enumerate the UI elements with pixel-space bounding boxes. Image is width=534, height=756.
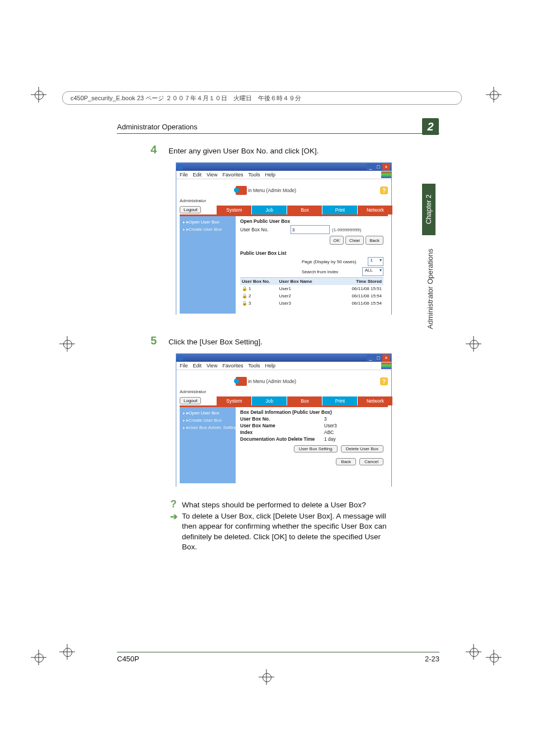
browser-body: in Menu (Admin Mode) ? Administrator Log… [176,179,391,318]
back-button[interactable]: Back [336,458,356,465]
browser-body: in Menu (Admin Mode) ? Administrator Log… [176,370,391,488]
close-button[interactable]: × [382,164,390,170]
minimize-button[interactable]: _ [367,164,374,170]
nav-create-user-box[interactable]: ▸Create User Box [180,417,236,424]
userbox-no-input[interactable] [291,225,330,234]
admin-row: Administrator [180,198,388,203]
admin-mode-label: in Menu (Admin Mode) [248,379,296,384]
tab-system[interactable]: System [217,396,251,405]
section-title: Administrator Operations [117,123,198,131]
registration-mark [31,650,46,665]
index-select[interactable]: ALL [362,267,383,276]
detail-row: User Box NameUser3 [240,423,383,428]
app-topbar: in Menu (Admin Mode) ? [180,374,388,389]
maximize-button[interactable]: □ [374,354,382,361]
menu-tools[interactable]: Tools [248,363,260,368]
menu-file[interactable]: File [180,172,188,178]
menu-edit[interactable]: Edit [193,363,202,368]
delete-user-box-button[interactable]: Delete User Box [341,445,383,452]
ie-throbber-icon [381,362,391,369]
tab-job[interactable]: Job [252,206,287,214]
menu-help[interactable]: Help [265,363,275,368]
userbox-no-row: User Box No. (1-999999999) [240,225,383,234]
answer-text: To delete a User Box, click [Delete User… [182,511,387,552]
menu-view[interactable]: View [207,363,217,368]
logout-button[interactable]: Logout [180,206,201,213]
tab-network[interactable]: Network [358,396,392,405]
app-logo [236,186,247,195]
help-icon[interactable]: ? [380,377,388,385]
ok-clear-back-row: OK Clear Back [240,236,383,245]
tab-box[interactable]: Box [287,396,322,405]
menubar: File Edit View Favorites Tools Help [176,171,391,179]
chapter-number-box: 2 [422,118,439,135]
col-userbox-name: User Box Name [278,278,346,286]
question-text: What steps should be performed to delete… [182,500,387,510]
tab-network[interactable]: Network [358,206,392,214]
help-icon[interactable]: ? [380,186,388,194]
content-area: Box Detail Information (Public User Box)… [236,407,388,483]
cancel-button[interactable]: Cancel [359,458,383,465]
registration-mark [466,336,481,352]
registration-mark [466,644,481,660]
logout-row: Logout System Job Box Print Network [180,395,388,405]
nav-userbox-admin-settings[interactable]: ▸User Box Admin. Settings [180,424,236,431]
registration-mark [59,644,75,660]
side-chapter-tab: Chapter 2 [422,184,435,235]
menu-tools[interactable]: Tools [248,172,260,178]
clear-button[interactable]: Clear [345,236,364,245]
maximize-button[interactable]: □ [374,164,382,170]
lock-icon: 🔒 [242,286,247,291]
nav-open-user-box[interactable]: ▸Open User Box [180,218,236,226]
page: c450P_security_E.book 23 ページ ２００７年４月１０日 … [0,0,534,756]
footer-model: C450P [117,655,139,663]
userbox-table: User Box No. User Box Name Time Stored 🔒… [240,277,383,307]
close-button[interactable]: × [382,354,390,361]
menu-help[interactable]: Help [265,172,275,178]
tab-box[interactable]: Box [287,206,322,214]
tab-strip: System Job Box Print Network [204,206,393,214]
open-public-title: Open Public User Box [240,218,383,224]
detail-buttons-2: Back Cancel [240,458,383,465]
screenshot-1: _ □ × File Edit View Favorites Tools Hel… [176,162,392,315]
left-nav: ▸Open User Box ▸Create User Box ▸User Bo… [180,407,236,483]
detail-row: User Box No.3 [240,416,383,422]
footer-row: C450P 2-23 [117,655,439,663]
left-nav: ▸Open User Box ▸Create User Box [180,216,236,314]
arrow-icon: ➔ [168,511,179,522]
table-row[interactable]: 🔒2User206/11/08 15:54 [240,292,383,300]
administrator-label: Administrator [180,389,206,394]
minimize-button[interactable]: _ [367,354,374,361]
registration-mark [486,650,502,665]
menu-edit[interactable]: Edit [193,172,202,178]
tab-print[interactable]: Print [322,396,357,405]
index-select-row: Search from Index ALL [240,267,383,276]
print-header-text: c450P_security_E.book 23 ページ ２００７年４月１０日 … [63,94,301,102]
table-row[interactable]: 🔒3User306/11/08 15:54 [240,300,383,307]
page-select-label: Page (Display by 50 cases) [302,259,356,264]
detail-row: IndexABC [240,430,383,435]
tab-print[interactable]: Print [322,206,357,214]
step-4-number: 4 [151,143,157,156]
nav-open-user-box[interactable]: ▸Open User Box [180,409,236,417]
question-icon: ? [168,500,179,510]
detail-row: Documentation Auto Delete Time1 day [240,436,383,442]
logout-button[interactable]: Logout [180,397,201,404]
tab-system[interactable]: System [217,206,251,214]
menu-file[interactable]: File [180,363,188,368]
ie-icon [177,164,183,170]
page-select-row: Page (Display by 50 cases) 1 [240,257,383,266]
table-row[interactable]: 🔒1User106/11/08 15:51 [240,285,383,292]
menu-view[interactable]: View [207,172,217,178]
menu-favorites[interactable]: Favorites [222,363,243,368]
ok-button[interactable]: OK [330,236,344,245]
user-box-setting-button[interactable]: User Box Setting [294,445,338,452]
two-col: ▸Open User Box ▸Create User Box Open Pub… [180,216,388,314]
page-select[interactable]: 1 [368,257,383,266]
tab-strip: System Job Box Print Network [204,396,393,405]
window-titlebar: _ □ × [176,163,391,171]
nav-create-user-box[interactable]: ▸Create User Box [180,226,236,233]
back-button[interactable]: Back [366,236,383,245]
menu-favorites[interactable]: Favorites [222,172,243,178]
tab-job[interactable]: Job [252,396,287,405]
